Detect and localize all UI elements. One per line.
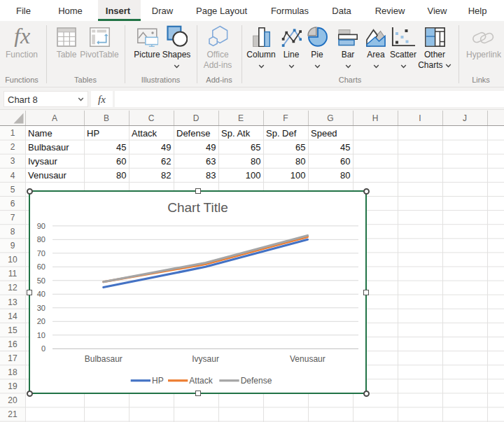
svg-text:82: 82 — [161, 170, 171, 181]
svg-text:60: 60 — [116, 156, 126, 167]
svg-text:20: 20 — [8, 395, 18, 405]
svg-text:6: 6 — [10, 199, 15, 209]
svg-text:2: 2 — [10, 142, 15, 152]
svg-text:Bulbasaur: Bulbasaur — [85, 354, 122, 364]
svg-text:J: J — [463, 113, 467, 123]
svg-text:fx: fx — [14, 24, 30, 47]
svg-text:HP: HP — [87, 128, 99, 139]
svg-text:14: 14 — [8, 311, 18, 321]
svg-text:50: 50 — [37, 276, 46, 285]
svg-text:40: 40 — [37, 290, 46, 298]
svg-text:Bulbasaur: Bulbasaur — [28, 142, 69, 153]
svg-text:12: 12 — [8, 283, 18, 293]
svg-text:17: 17 — [8, 353, 18, 363]
svg-text:80: 80 — [116, 170, 126, 181]
svg-text:80: 80 — [37, 235, 46, 244]
svg-text:Sp. Atk: Sp. Atk — [221, 128, 251, 139]
svg-text:19: 19 — [8, 381, 18, 391]
svg-text:C: C — [148, 113, 155, 123]
svg-text:E: E — [238, 113, 244, 123]
svg-text:8: 8 — [10, 227, 15, 237]
svg-text:Name: Name — [28, 128, 52, 139]
svg-text:16: 16 — [8, 339, 18, 349]
svg-text:Defense: Defense — [241, 376, 272, 386]
svg-text:Speed: Speed — [311, 128, 337, 139]
svg-text:49: 49 — [161, 142, 171, 153]
svg-text:65: 65 — [251, 142, 260, 153]
svg-text:20: 20 — [37, 317, 46, 325]
svg-text:11: 11 — [8, 269, 18, 279]
svg-text:Ivysaur: Ivysaur — [28, 156, 58, 167]
svg-text:H: H — [372, 113, 379, 123]
svg-text:I: I — [419, 113, 421, 123]
svg-text:0: 0 — [41, 344, 46, 353]
svg-text:Chart Title: Chart Title — [167, 200, 228, 215]
svg-text:62: 62 — [161, 156, 171, 167]
svg-text:Attack: Attack — [189, 376, 213, 386]
svg-text:F: F — [283, 113, 288, 123]
svg-text:Ivysaur: Ivysaur — [192, 354, 219, 364]
svg-text:63: 63 — [206, 156, 216, 167]
svg-text:100: 100 — [246, 170, 261, 181]
svg-text:10: 10 — [37, 331, 46, 339]
svg-text:D: D — [193, 113, 200, 123]
svg-text:Attack: Attack — [132, 128, 158, 139]
svg-text:83: 83 — [206, 170, 216, 181]
svg-text:B: B — [104, 113, 109, 123]
svg-text:65: 65 — [295, 142, 305, 153]
svg-text:13: 13 — [8, 297, 18, 307]
svg-text:30: 30 — [37, 304, 46, 312]
svg-text:60: 60 — [340, 156, 350, 167]
svg-text:G: G — [327, 113, 333, 123]
svg-text:70: 70 — [37, 249, 46, 258]
svg-text:90: 90 — [37, 222, 46, 230]
svg-text:80: 80 — [340, 170, 350, 181]
svg-text:45: 45 — [340, 142, 350, 153]
svg-text:Venusaur: Venusaur — [290, 354, 326, 364]
svg-text:4: 4 — [10, 171, 15, 181]
svg-text:Venusaur: Venusaur — [28, 170, 67, 181]
svg-text:7: 7 — [10, 213, 15, 223]
svg-text:3: 3 — [10, 156, 15, 166]
svg-text:A: A — [52, 113, 57, 123]
svg-text:45: 45 — [116, 142, 126, 153]
svg-text:5: 5 — [10, 185, 15, 195]
svg-text:Defense: Defense — [176, 128, 210, 139]
svg-text:9: 9 — [10, 241, 15, 251]
svg-text:100: 100 — [290, 170, 306, 181]
svg-text:HP: HP — [152, 376, 164, 386]
svg-text:Sp. Def: Sp. Def — [266, 128, 297, 139]
svg-text:80: 80 — [251, 156, 260, 167]
svg-text:21: 21 — [8, 409, 18, 419]
svg-text:60: 60 — [37, 262, 46, 271]
svg-text:18: 18 — [8, 367, 18, 377]
svg-text:49: 49 — [206, 142, 216, 153]
svg-text:1: 1 — [10, 128, 15, 138]
svg-text:10: 10 — [8, 255, 18, 265]
svg-text:80: 80 — [295, 156, 305, 167]
svg-text:15: 15 — [8, 325, 18, 335]
